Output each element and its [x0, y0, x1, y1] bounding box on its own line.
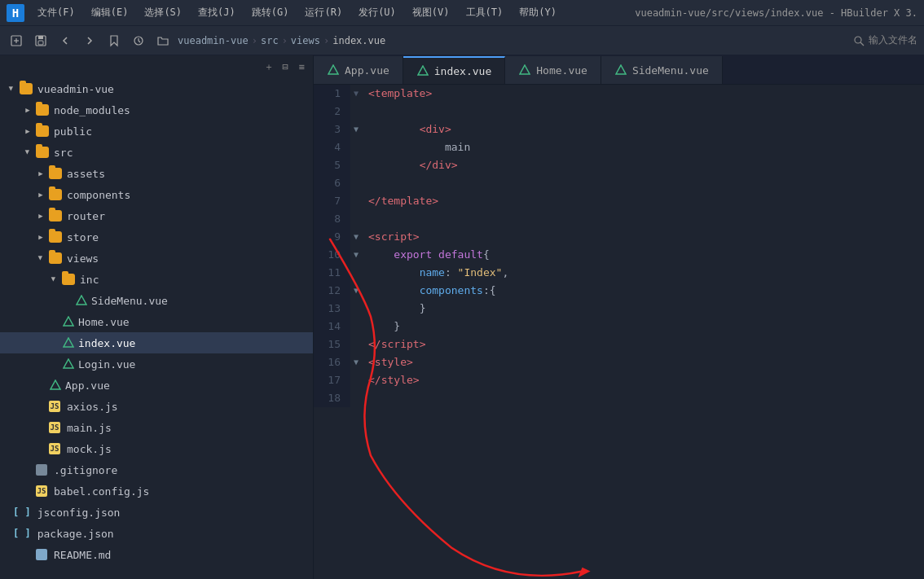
- editor-wrapper: 1 ▼ <template> 2 3 ▼: [314, 85, 924, 579]
- menu-select[interactable]: 选择(S): [136, 2, 190, 23]
- menu-file[interactable]: 文件(F): [29, 2, 83, 23]
- code-line-13: 13 }: [314, 300, 924, 318]
- code-content-17[interactable]: </style>: [362, 371, 924, 389]
- menu-run[interactable]: 运行(R): [297, 2, 350, 23]
- code-content-16[interactable]: <style>: [362, 353, 924, 371]
- line-arrow-14: [350, 318, 362, 336]
- sidebar-item-src[interactable]: ▶ src: [0, 142, 313, 163]
- sidebar-item-package[interactable]: [ ] package.json: [0, 523, 313, 544]
- sidebar-item-node-modules[interactable]: ▶ node_modules: [0, 99, 313, 121]
- sidebar-item-router[interactable]: ▶ router: [0, 205, 313, 226]
- breadcrumb-src[interactable]: src: [261, 35, 279, 46]
- sidebar-item-jsconfig[interactable]: [ ] jsconfig.json: [0, 502, 313, 523]
- sidebar-item-main[interactable]: ▶ JS main.js: [0, 417, 313, 438]
- code-content-11[interactable]: name: "Index",: [362, 264, 924, 282]
- tab-app-vue[interactable]: App.vue: [314, 56, 403, 84]
- sidebar-item-store[interactable]: ▶ store: [0, 226, 313, 248]
- code-line-8: 8: [314, 210, 924, 228]
- folder-icon-assets: [49, 168, 62, 179]
- sidebar-item-home[interactable]: ▶ Home.vue: [0, 311, 313, 332]
- sidebar-item-gitignore[interactable]: ▶ .gitignore: [0, 459, 313, 480]
- sidebar-layout-btn[interactable]: ⊟: [279, 60, 292, 73]
- code-content-13[interactable]: }: [362, 300, 924, 318]
- label-package: package.json: [37, 528, 114, 540]
- tab-label-sidemenu: SideMenu.vue: [632, 64, 709, 77]
- sidebar-item-index[interactable]: ▶ index.vue: [0, 332, 313, 353]
- menu-edit[interactable]: 编辑(E): [83, 2, 137, 23]
- sidebar-item-sidemenu[interactable]: ▶ SideMenu.vue: [0, 290, 313, 311]
- line-arrow-6: [350, 174, 362, 192]
- menu-tools[interactable]: 工具(T): [458, 2, 512, 23]
- code-content-4[interactable]: main: [362, 138, 924, 156]
- breadcrumb-root[interactable]: vueadmin-vue: [178, 35, 249, 46]
- breadcrumb-file[interactable]: index.vue: [332, 35, 385, 46]
- breadcrumb-sep3: ›: [323, 35, 329, 46]
- line-arrow-9[interactable]: ▼: [350, 228, 362, 246]
- menu-items: 文件(F) 编辑(E) 选择(S) 查找(J) 跳转(G) 运行(R) 发行(U…: [29, 2, 565, 23]
- label-node-modules: node_modules: [54, 104, 130, 116]
- menu-publish[interactable]: 发行(U): [350, 2, 404, 23]
- code-content-10[interactable]: export default{: [362, 246, 924, 264]
- toolbar-save-btn[interactable]: [31, 31, 51, 50]
- sidebar-menu-btn[interactable]: ≡: [295, 60, 308, 73]
- line-arrow-16[interactable]: ▼: [350, 353, 362, 371]
- code-content-7[interactable]: </template>: [362, 192, 924, 210]
- code-editor[interactable]: 1 ▼ <template> 2 3 ▼: [314, 85, 924, 407]
- sidebar-add-btn[interactable]: ＋: [262, 60, 275, 73]
- tab-index-vue[interactable]: index.vue: [403, 56, 505, 84]
- breadcrumb-sep2: ›: [282, 35, 288, 46]
- js-icon-main: JS: [49, 422, 60, 433]
- menu-jump[interactable]: 跳转(G): [244, 2, 297, 23]
- line-num-15: 15: [314, 336, 350, 353]
- code-content-12[interactable]: components:{: [362, 282, 924, 300]
- line-arrow-10[interactable]: ▼: [350, 246, 362, 264]
- code-content-3[interactable]: <div>: [362, 121, 924, 138]
- code-content-8[interactable]: [362, 210, 924, 228]
- arrow-inc: ▶: [49, 274, 59, 284]
- sidebar-item-mock[interactable]: ▶ JS mock.js: [0, 438, 313, 459]
- code-content-9[interactable]: <script>: [362, 228, 924, 246]
- sidebar-item-login[interactable]: ▶ Login.vue: [0, 353, 313, 375]
- code-content-14[interactable]: }: [362, 318, 924, 336]
- toolbar-new-btn[interactable]: [7, 31, 26, 50]
- sidebar-item-readme[interactable]: ▶ README.md: [0, 544, 313, 565]
- code-content-5[interactable]: </div>: [362, 156, 924, 174]
- line-num-2: 2: [314, 103, 350, 121]
- code-line-5: 5 </div>: [314, 156, 924, 174]
- code-content-18[interactable]: [362, 389, 924, 407]
- toolbar-bookmark-btn[interactable]: [104, 31, 124, 50]
- sidebar-item-app[interactable]: ▶ App.vue: [0, 375, 313, 396]
- tab-home-vue[interactable]: Home.vue: [505, 56, 601, 84]
- sidebar-item-public[interactable]: ▶ public: [0, 121, 313, 142]
- sidebar-item-babel[interactable]: ▶ JS babel.config.js: [0, 480, 313, 502]
- vue-icon-login: [62, 358, 75, 370]
- menu-help[interactable]: 帮助(Y): [511, 2, 565, 23]
- menu-find[interactable]: 查找(J): [190, 2, 244, 23]
- toolbar-forward-btn[interactable]: [80, 31, 99, 50]
- sidebar-item-assets[interactable]: ▶ assets: [0, 163, 313, 184]
- code-content-15[interactable]: </script>: [362, 336, 924, 353]
- line-num-4: 4: [314, 138, 350, 156]
- breadcrumb-views[interactable]: views: [291, 35, 320, 46]
- line-arrow-1[interactable]: ▼: [350, 85, 362, 103]
- toolbar-back-btn[interactable]: [55, 31, 75, 50]
- search-label[interactable]: 输入文件名: [869, 33, 917, 47]
- code-content-2[interactable]: [362, 103, 924, 121]
- sidebar-item-axios[interactable]: ▶ JS axios.js: [0, 396, 313, 417]
- arrow-public: ▶: [23, 126, 33, 136]
- tab-sidemenu-vue[interactable]: SideMenu.vue: [601, 56, 723, 84]
- bracket-icon-package: [ ]: [13, 528, 31, 539]
- svg-marker-14: [51, 380, 60, 389]
- sidebar-item-inc[interactable]: ▶ inc: [0, 269, 313, 290]
- svg-marker-6: [111, 36, 117, 46]
- sidebar-item-views[interactable]: ▶ views: [0, 248, 313, 269]
- sidebar-item-root[interactable]: ▶ vueadmin-vue: [0, 78, 313, 99]
- sidebar-item-components[interactable]: ▶ components: [0, 184, 313, 205]
- toolbar-history-btn[interactable]: [129, 31, 148, 50]
- code-content-6[interactable]: [362, 174, 924, 192]
- line-arrow-12[interactable]: ▼: [350, 282, 362, 300]
- line-arrow-3[interactable]: ▼: [350, 121, 362, 138]
- code-content-1[interactable]: <template>: [362, 85, 924, 103]
- line-arrow-2: [350, 103, 362, 121]
- menu-view[interactable]: 视图(V): [404, 2, 458, 23]
